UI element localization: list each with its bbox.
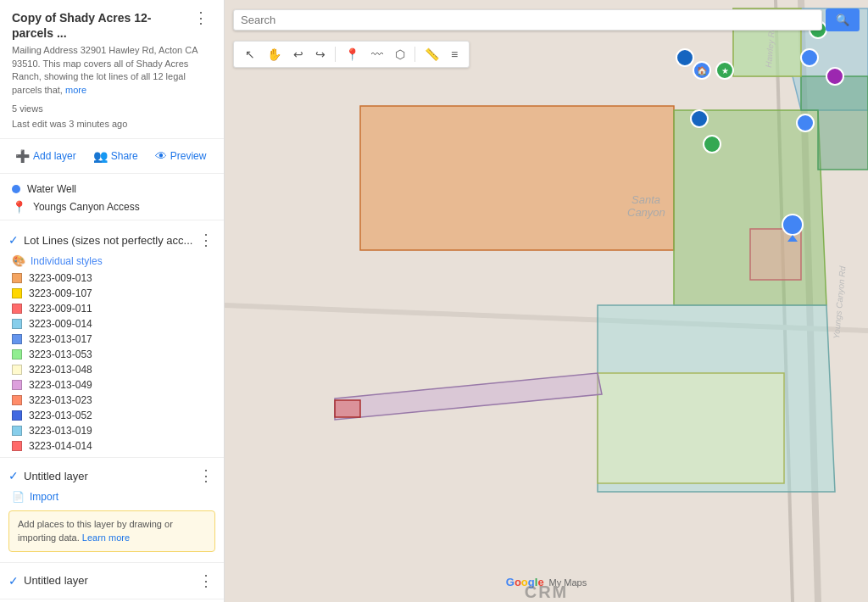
parcel-item[interactable]: 3223-013-017: [0, 332, 224, 347]
sidebar-toolbar: ➕ Add layer 👥 Share 👁 Preview: [0, 139, 224, 174]
import-link[interactable]: 📄 Import: [0, 488, 224, 505]
add-layer-button[interactable]: ➕ Add layer: [10, 146, 81, 166]
line-tool-button[interactable]: 〰: [367, 45, 387, 64]
svg-point-26: [826, 68, 843, 85]
parcel-color-swatch: [12, 304, 22, 314]
parcel-item[interactable]: 3223-013-053: [0, 347, 224, 362]
parcel-id: 3223-013-017: [29, 333, 92, 345]
share-icon: 👥: [93, 149, 108, 163]
untitled-2-menu-button[interactable]: ⋮: [197, 571, 215, 590]
untitled-layer-2-section: ✓ Untitled layer ⋮: [0, 563, 224, 599]
water-well-item[interactable]: Water Well: [0, 181, 224, 198]
views-count: 5 views: [12, 102, 212, 117]
parcel-item[interactable]: 3223-013-052: [0, 408, 224, 423]
parcel-color-swatch: [12, 441, 22, 451]
parcel-color-swatch: [12, 334, 22, 344]
untitled-1-check-icon: ✓: [8, 469, 19, 482]
import-icon: 📄: [12, 491, 25, 503]
shape-tool-button[interactable]: ⬡: [391, 45, 409, 64]
map-more-button[interactable]: ⋮: [190, 10, 212, 25]
parcel-color-swatch: [12, 273, 22, 283]
parcel-id: 3223-013-048: [29, 364, 92, 376]
svg-point-23: [691, 110, 708, 127]
svg-marker-4: [360, 106, 674, 250]
parcel-id: 3223-013-052: [29, 410, 92, 421]
parcel-color-swatch: [12, 395, 22, 405]
parcel-item[interactable]: 3223-009-107: [0, 286, 224, 301]
youngs-canyon-item[interactable]: 📍 Youngs Canyon Access: [0, 198, 224, 216]
parcel-color-swatch: [12, 380, 22, 390]
more-tools-button[interactable]: ≡: [447, 45, 462, 64]
untitled-2-check-icon: ✓: [8, 574, 19, 588]
share-button[interactable]: 👥 Share: [88, 146, 143, 166]
lot-lines-section: ✓ Lot Lines (sizes not perfectly acc... …: [0, 220, 224, 458]
parcel-id: 3223-009-011: [29, 303, 92, 315]
parcel-item[interactable]: 3223-009-013: [0, 270, 224, 286]
parcel-id: 3223-013-019: [29, 425, 92, 437]
map-svg: Santa Canyon Youngs Canyon Rd Hawley Rd …: [225, 0, 868, 602]
svg-point-24: [704, 136, 721, 153]
parcel-id: 3223-014-014: [29, 440, 92, 452]
cursor-tool-button[interactable]: ↖: [241, 45, 259, 64]
toolbar-separator-2: [415, 47, 415, 62]
more-link[interactable]: more: [65, 85, 86, 95]
svg-text:★: ★: [721, 66, 729, 75]
learn-more-link[interactable]: Learn more: [82, 532, 130, 543]
parcel-item[interactable]: 3223-009-014: [0, 316, 224, 332]
preview-icon: 👁: [155, 149, 167, 163]
search-input[interactable]: [241, 14, 815, 26]
untitled-layer-2-name: Untitled layer: [24, 574, 88, 587]
search-button[interactable]: 🔍: [826, 8, 860, 31]
parcel-color-swatch: [12, 426, 22, 436]
parcel-item[interactable]: 3223-009-011: [0, 301, 224, 316]
pin-tool-button[interactable]: 📍: [341, 45, 364, 64]
parcel-item[interactable]: 3223-013-049: [0, 377, 224, 393]
parcel-item[interactable]: 3223-014-014: [0, 438, 224, 454]
measure-tool-button[interactable]: 📏: [420, 45, 443, 64]
map-description: Mailing Address 32901 Hawley Rd, Acton C…: [12, 44, 212, 97]
map-title-section: Copy of Shady Acres 12- parcels ... ⋮ Ma…: [0, 0, 224, 139]
undo-button[interactable]: ↩: [289, 45, 308, 64]
svg-text:🏠: 🏠: [697, 65, 708, 76]
simple-items-section: Water Well 📍 Youngs Canyon Access: [0, 174, 224, 220]
crm-watermark: CRM: [525, 582, 569, 602]
lot-lines-header: ✓ Lot Lines (sizes not perfectly acc... …: [0, 227, 224, 253]
svg-marker-11: [598, 373, 784, 483]
untitled-layer-1-name: Untitled layer: [24, 470, 88, 482]
lot-lines-check-icon: ✓: [8, 233, 19, 247]
parcel-id: 3223-013-023: [29, 394, 92, 406]
parcel-id: 3223-009-107: [29, 287, 92, 299]
preview-button[interactable]: 👁 Preview: [150, 146, 212, 166]
untitled-layer-2-header: ✓ Untitled layer ⋮: [0, 568, 224, 594]
parcel-item[interactable]: 3223-013-019: [0, 423, 224, 438]
svg-text:Santa: Santa: [632, 193, 660, 206]
svg-point-25: [801, 49, 818, 66]
search-input-wrap: [233, 9, 822, 31]
svg-marker-13: [335, 400, 360, 417]
untitled-1-menu-button[interactable]: ⋮: [197, 466, 215, 485]
lot-lines-menu-button[interactable]: ⋮: [197, 231, 215, 249]
parcel-color-swatch: [12, 319, 22, 329]
parcel-id: 3223-013-049: [29, 379, 92, 391]
parcel-color-swatch: [12, 365, 22, 375]
hand-tool-button[interactable]: ✋: [263, 45, 286, 64]
parcel-color-swatch: [12, 410, 22, 421]
svg-text:Canyon: Canyon: [627, 206, 665, 219]
parcel-list: 3223-009-013 3223-009-107 3223-009-011 3…: [0, 270, 224, 454]
map-meta: 5 views Last edit was 3 minutes ago: [12, 102, 212, 131]
map-title: Copy of Shady Acres 12- parcels ...: [12, 10, 190, 41]
app: Copy of Shady Acres 12- parcels ... ⋮ Ma…: [0, 0, 868, 602]
untitled-layer-1-header: ✓ Untitled layer ⋮: [0, 463, 224, 488]
svg-point-29: [782, 215, 803, 235]
untitled-layer-1-section: ✓ Untitled layer ⋮ 📄 Import Add places t…: [0, 458, 224, 563]
add-layer-icon: ➕: [15, 149, 30, 163]
sidebar: Copy of Shady Acres 12- parcels ... ⋮ Ma…: [0, 0, 225, 602]
redo-button[interactable]: ↪: [311, 45, 330, 64]
parcel-item[interactable]: 3223-013-048: [0, 362, 224, 377]
parcel-color-swatch: [12, 288, 22, 298]
parcel-item[interactable]: 3223-013-023: [0, 393, 224, 408]
individual-styles-item[interactable]: 🎨 Individual styles: [0, 253, 224, 270]
map-search-bar: 🔍: [233, 8, 860, 31]
water-well-icon: [12, 185, 20, 193]
youngs-canyon-icon: 📍: [12, 200, 26, 214]
